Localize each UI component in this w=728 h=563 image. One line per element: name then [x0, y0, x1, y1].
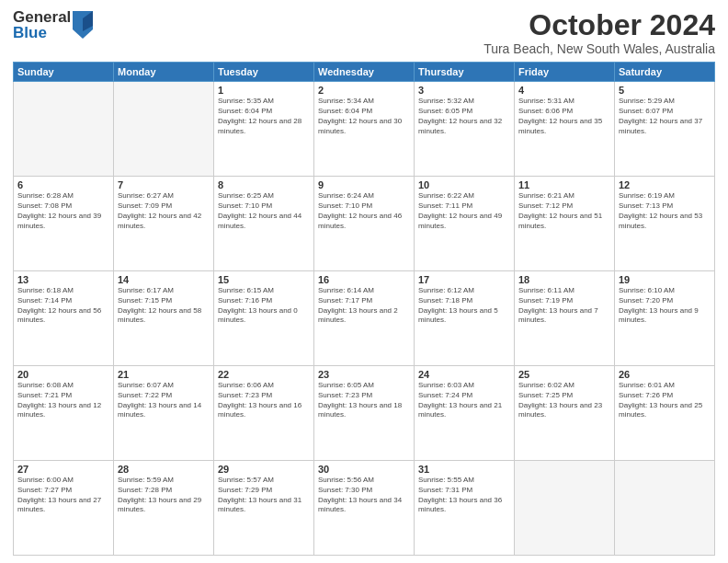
calendar-cell: 21Sunrise: 6:07 AMSunset: 7:22 PMDayligh…: [114, 366, 214, 461]
day-info: Sunrise: 5:35 AMSunset: 6:04 PMDaylight:…: [218, 97, 310, 136]
calendar-cell: 12Sunrise: 6:19 AMSunset: 7:13 PMDayligh…: [615, 177, 715, 271]
day-info: Sunrise: 5:32 AMSunset: 6:05 PMDaylight:…: [418, 97, 510, 136]
day-info: Sunrise: 6:27 AMSunset: 7:09 PMDaylight:…: [118, 191, 210, 231]
calendar-cell: 26Sunrise: 6:01 AMSunset: 7:26 PMDayligh…: [615, 366, 715, 461]
calendar-week-row: 13Sunrise: 6:18 AMSunset: 7:14 PMDayligh…: [14, 271, 715, 366]
calendar-cell: [14, 82, 114, 177]
day-info: Sunrise: 5:31 AMSunset: 6:06 PMDaylight:…: [518, 97, 610, 136]
calendar-cell: 3Sunrise: 5:32 AMSunset: 6:05 PMDaylight…: [415, 82, 515, 177]
calendar-cell: [114, 82, 214, 177]
day-info: Sunrise: 6:19 AMSunset: 7:13 PMDaylight:…: [619, 191, 711, 231]
calendar-cell: 27Sunrise: 6:00 AMSunset: 7:27 PMDayligh…: [14, 461, 114, 556]
day-number: 26: [619, 369, 711, 380]
calendar-cell: 19Sunrise: 6:10 AMSunset: 7:20 PMDayligh…: [615, 271, 715, 366]
calendar-cell: 17Sunrise: 6:12 AMSunset: 7:18 PMDayligh…: [415, 271, 515, 366]
calendar-cell: 15Sunrise: 6:15 AMSunset: 7:16 PMDayligh…: [214, 271, 314, 366]
day-info: Sunrise: 6:10 AMSunset: 7:20 PMDaylight:…: [619, 286, 711, 326]
logo-text: General Blue: [13, 9, 71, 40]
day-of-week-header: Sunday: [14, 63, 114, 82]
day-info: Sunrise: 5:56 AMSunset: 7:30 PMDaylight:…: [318, 476, 410, 515]
day-info: Sunrise: 6:05 AMSunset: 7:23 PMDaylight:…: [318, 381, 410, 420]
calendar-cell: 23Sunrise: 6:05 AMSunset: 7:23 PMDayligh…: [314, 366, 415, 461]
day-number: 1: [218, 85, 310, 96]
calendar-cell: 20Sunrise: 6:08 AMSunset: 7:21 PMDayligh…: [14, 366, 114, 461]
calendar-cell: 16Sunrise: 6:14 AMSunset: 7:17 PMDayligh…: [314, 271, 415, 366]
day-info: Sunrise: 6:07 AMSunset: 7:22 PMDaylight:…: [118, 381, 210, 420]
day-info: Sunrise: 5:29 AMSunset: 6:07 PMDaylight:…: [619, 97, 711, 136]
day-number: 4: [518, 85, 610, 96]
calendar-week-row: 20Sunrise: 6:08 AMSunset: 7:21 PMDayligh…: [14, 366, 715, 461]
day-of-week-header: Wednesday: [314, 63, 415, 82]
day-info: Sunrise: 6:01 AMSunset: 7:26 PMDaylight:…: [619, 381, 711, 420]
calendar-cell: 24Sunrise: 6:03 AMSunset: 7:24 PMDayligh…: [415, 366, 515, 461]
day-number: 10: [418, 179, 510, 190]
day-number: 11: [518, 179, 610, 190]
day-of-week-header: Thursday: [415, 63, 515, 82]
day-info: Sunrise: 5:55 AMSunset: 7:31 PMDaylight:…: [418, 476, 510, 515]
day-number: 30: [318, 464, 410, 475]
day-info: Sunrise: 6:14 AMSunset: 7:17 PMDaylight:…: [318, 286, 410, 326]
day-number: 6: [17, 179, 109, 190]
day-number: 22: [218, 369, 310, 380]
day-info: Sunrise: 6:22 AMSunset: 7:11 PMDaylight:…: [418, 191, 510, 231]
day-info: Sunrise: 6:28 AMSunset: 7:08 PMDaylight:…: [17, 191, 109, 231]
calendar-cell: 11Sunrise: 6:21 AMSunset: 7:12 PMDayligh…: [515, 177, 615, 271]
page: General Blue October 2024 Tura Beach, Ne…: [0, 0, 728, 563]
calendar-cell: [615, 461, 715, 556]
day-number: 25: [518, 369, 610, 380]
header: General Blue October 2024 Tura Beach, Ne…: [13, 9, 715, 56]
day-info: Sunrise: 6:18 AMSunset: 7:14 PMDaylight:…: [17, 286, 109, 326]
day-info: Sunrise: 5:57 AMSunset: 7:29 PMDaylight:…: [218, 476, 310, 515]
calendar-week-row: 1Sunrise: 5:35 AMSunset: 6:04 PMDaylight…: [14, 82, 715, 177]
calendar-table: SundayMondayTuesdayWednesdayThursdayFrid…: [13, 62, 715, 556]
day-info: Sunrise: 5:59 AMSunset: 7:28 PMDaylight:…: [118, 476, 210, 515]
day-of-week-header: Saturday: [615, 63, 715, 82]
calendar-header-row: SundayMondayTuesdayWednesdayThursdayFrid…: [14, 63, 715, 82]
day-number: 3: [418, 85, 510, 96]
day-number: 12: [619, 179, 711, 190]
calendar-cell: [515, 461, 615, 556]
logo-icon: [73, 11, 93, 39]
day-number: 31: [418, 464, 510, 475]
day-of-week-header: Friday: [515, 63, 615, 82]
calendar-cell: 6Sunrise: 6:28 AMSunset: 7:08 PMDaylight…: [14, 177, 114, 271]
day-info: Sunrise: 6:11 AMSunset: 7:19 PMDaylight:…: [518, 286, 610, 326]
logo-general: General: [13, 9, 71, 25]
calendar-cell: 2Sunrise: 5:34 AMSunset: 6:04 PMDaylight…: [314, 82, 415, 177]
calendar-cell: 22Sunrise: 6:06 AMSunset: 7:23 PMDayligh…: [214, 366, 314, 461]
calendar-cell: 14Sunrise: 6:17 AMSunset: 7:15 PMDayligh…: [114, 271, 214, 366]
logo-blue: Blue: [13, 25, 71, 40]
calendar-cell: 4Sunrise: 5:31 AMSunset: 6:06 PMDaylight…: [515, 82, 615, 177]
day-number: 9: [318, 179, 410, 190]
day-number: 24: [418, 369, 510, 380]
day-number: 19: [619, 274, 711, 285]
day-info: Sunrise: 6:12 AMSunset: 7:18 PMDaylight:…: [418, 286, 510, 326]
day-info: Sunrise: 5:34 AMSunset: 6:04 PMDaylight:…: [318, 97, 410, 136]
calendar-week-row: 27Sunrise: 6:00 AMSunset: 7:27 PMDayligh…: [14, 461, 715, 556]
day-info: Sunrise: 6:06 AMSunset: 7:23 PMDaylight:…: [218, 381, 310, 420]
calendar-cell: 10Sunrise: 6:22 AMSunset: 7:11 PMDayligh…: [415, 177, 515, 271]
calendar-cell: 28Sunrise: 5:59 AMSunset: 7:28 PMDayligh…: [114, 461, 214, 556]
day-number: 20: [17, 369, 109, 380]
day-info: Sunrise: 6:02 AMSunset: 7:25 PMDaylight:…: [518, 381, 610, 420]
day-of-week-header: Tuesday: [214, 63, 314, 82]
day-number: 28: [118, 464, 210, 475]
calendar-cell: 13Sunrise: 6:18 AMSunset: 7:14 PMDayligh…: [14, 271, 114, 366]
calendar-cell: 30Sunrise: 5:56 AMSunset: 7:30 PMDayligh…: [314, 461, 415, 556]
day-info: Sunrise: 6:25 AMSunset: 7:10 PMDaylight:…: [218, 191, 310, 231]
day-info: Sunrise: 6:00 AMSunset: 7:27 PMDaylight:…: [17, 476, 109, 515]
day-number: 29: [218, 464, 310, 475]
calendar-cell: 8Sunrise: 6:25 AMSunset: 7:10 PMDaylight…: [214, 177, 314, 271]
day-info: Sunrise: 6:03 AMSunset: 7:24 PMDaylight:…: [418, 381, 510, 420]
calendar-cell: 25Sunrise: 6:02 AMSunset: 7:25 PMDayligh…: [515, 366, 615, 461]
day-number: 2: [318, 85, 410, 96]
day-info: Sunrise: 6:15 AMSunset: 7:16 PMDaylight:…: [218, 286, 310, 326]
day-number: 27: [17, 464, 109, 475]
calendar-cell: 7Sunrise: 6:27 AMSunset: 7:09 PMDaylight…: [114, 177, 214, 271]
day-of-week-header: Monday: [114, 63, 214, 82]
day-number: 15: [218, 274, 310, 285]
calendar-cell: 9Sunrise: 6:24 AMSunset: 7:10 PMDaylight…: [314, 177, 415, 271]
day-info: Sunrise: 6:24 AMSunset: 7:10 PMDaylight:…: [318, 191, 410, 231]
day-number: 21: [118, 369, 210, 380]
calendar-week-row: 6Sunrise: 6:28 AMSunset: 7:08 PMDaylight…: [14, 177, 715, 271]
